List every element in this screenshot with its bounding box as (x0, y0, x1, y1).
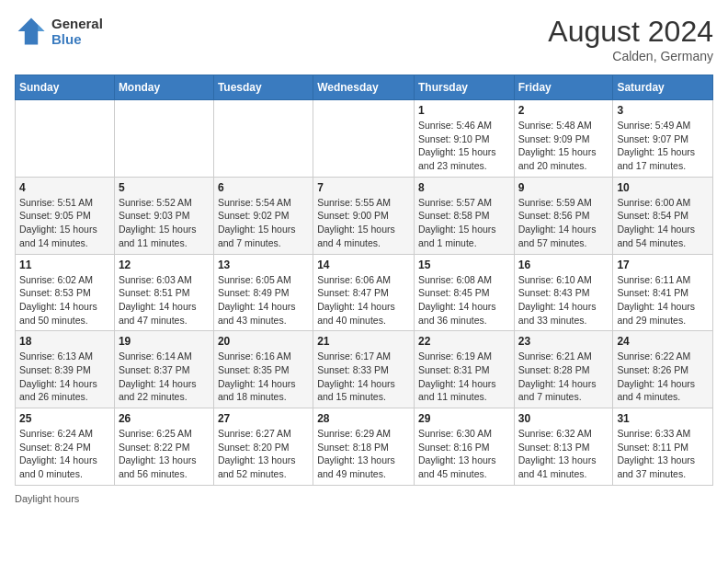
calendar-cell: 1Sunrise: 5:46 AM Sunset: 9:10 PM Daylig… (414, 100, 514, 178)
day-number: 4 (19, 181, 110, 194)
day-number: 20 (218, 335, 309, 348)
logo-icon (15, 15, 48, 48)
day-number: 11 (19, 259, 110, 271)
column-header-friday: Friday (514, 75, 613, 100)
day-info: Sunrise: 6:08 AM Sunset: 8:45 PM Dayligh… (418, 273, 510, 327)
day-info: Sunrise: 6:24 AM Sunset: 8:24 PM Dayligh… (19, 427, 110, 481)
calendar-cell: 14Sunrise: 6:06 AM Sunset: 8:47 PM Dayli… (313, 254, 415, 331)
day-info: Sunrise: 6:13 AM Sunset: 8:39 PM Dayligh… (19, 350, 110, 404)
logo-blue: Blue (51, 31, 103, 47)
day-number: 22 (418, 335, 510, 348)
calendar-cell (114, 100, 213, 178)
calendar-cell: 19Sunrise: 6:14 AM Sunset: 8:37 PM Dayli… (114, 331, 213, 408)
day-info: Sunrise: 6:02 AM Sunset: 8:53 PM Dayligh… (19, 273, 110, 327)
calendar-cell: 22Sunrise: 6:19 AM Sunset: 8:31 PM Dayli… (414, 331, 514, 408)
day-number: 16 (518, 259, 609, 271)
calendar-week-0: 1Sunrise: 5:46 AM Sunset: 9:10 PM Daylig… (16, 100, 713, 178)
day-info: Sunrise: 5:49 AM Sunset: 9:07 PM Dayligh… (617, 119, 709, 173)
day-info: Sunrise: 5:46 AM Sunset: 9:10 PM Dayligh… (418, 119, 510, 173)
calendar-cell: 8Sunrise: 5:57 AM Sunset: 8:58 PM Daylig… (414, 177, 514, 254)
column-header-sunday: Sunday (16, 75, 115, 100)
day-info: Sunrise: 6:14 AM Sunset: 8:37 PM Dayligh… (119, 350, 210, 404)
column-header-tuesday: Tuesday (213, 75, 313, 100)
day-info: Sunrise: 6:22 AM Sunset: 8:26 PM Dayligh… (617, 350, 709, 404)
day-number: 5 (119, 181, 210, 194)
calendar-cell (16, 100, 115, 178)
day-info: Sunrise: 6:03 AM Sunset: 8:51 PM Dayligh… (119, 273, 210, 327)
day-number: 3 (617, 104, 709, 117)
calendar-cell: 24Sunrise: 6:22 AM Sunset: 8:26 PM Dayli… (613, 331, 713, 408)
calendar-cell: 9Sunrise: 5:59 AM Sunset: 8:56 PM Daylig… (514, 177, 613, 254)
calendar-cell: 17Sunrise: 6:11 AM Sunset: 8:41 PM Dayli… (613, 254, 713, 331)
calendar-cell: 5Sunrise: 5:52 AM Sunset: 9:03 PM Daylig… (114, 177, 213, 254)
day-info: Sunrise: 6:32 AM Sunset: 8:13 PM Dayligh… (518, 427, 609, 481)
calendar-cell: 16Sunrise: 6:10 AM Sunset: 8:43 PM Dayli… (514, 254, 613, 331)
calendar-cell: 29Sunrise: 6:30 AM Sunset: 8:16 PM Dayli… (414, 408, 514, 486)
day-info: Sunrise: 6:17 AM Sunset: 8:33 PM Dayligh… (317, 350, 410, 404)
calendar-week-4: 25Sunrise: 6:24 AM Sunset: 8:24 PM Dayli… (16, 408, 713, 486)
calendar-cell: 23Sunrise: 6:21 AM Sunset: 8:28 PM Dayli… (514, 331, 613, 408)
day-number: 21 (317, 335, 410, 348)
day-info: Sunrise: 5:54 AM Sunset: 9:02 PM Dayligh… (218, 196, 309, 250)
calendar-cell: 21Sunrise: 6:17 AM Sunset: 8:33 PM Dayli… (313, 331, 415, 408)
logo: General Blue (15, 15, 103, 48)
calendar-week-1: 4Sunrise: 5:51 AM Sunset: 9:05 PM Daylig… (16, 177, 713, 254)
day-number: 15 (418, 259, 510, 271)
location: Calden, Germany (548, 49, 713, 63)
day-info: Sunrise: 6:27 AM Sunset: 8:20 PM Dayligh… (218, 427, 309, 481)
calendar-cell (213, 100, 313, 178)
day-info: Sunrise: 6:11 AM Sunset: 8:41 PM Dayligh… (617, 273, 709, 327)
calendar-cell: 20Sunrise: 6:16 AM Sunset: 8:35 PM Dayli… (213, 331, 313, 408)
day-number: 9 (518, 181, 609, 194)
day-number: 6 (218, 181, 309, 194)
day-info: Sunrise: 6:10 AM Sunset: 8:43 PM Dayligh… (518, 273, 609, 327)
day-info: Sunrise: 5:51 AM Sunset: 9:05 PM Dayligh… (19, 196, 110, 250)
day-info: Sunrise: 5:52 AM Sunset: 9:03 PM Dayligh… (119, 196, 210, 250)
day-number: 8 (418, 181, 510, 194)
day-number: 2 (518, 104, 609, 117)
column-header-wednesday: Wednesday (313, 75, 415, 100)
calendar-cell: 13Sunrise: 6:05 AM Sunset: 8:49 PM Dayli… (213, 254, 313, 331)
day-info: Sunrise: 5:55 AM Sunset: 9:00 PM Dayligh… (317, 196, 410, 250)
calendar-cell: 11Sunrise: 6:02 AM Sunset: 8:53 PM Dayli… (16, 254, 115, 331)
calendar-cell: 30Sunrise: 6:32 AM Sunset: 8:13 PM Dayli… (514, 408, 613, 486)
calendar-cell: 7Sunrise: 5:55 AM Sunset: 9:00 PM Daylig… (313, 177, 415, 254)
calendar-cell: 2Sunrise: 5:48 AM Sunset: 9:09 PM Daylig… (514, 100, 613, 178)
day-info: Sunrise: 6:29 AM Sunset: 8:18 PM Dayligh… (317, 427, 410, 481)
day-number: 25 (19, 412, 110, 425)
logo-general: General (51, 16, 103, 31)
day-number: 1 (418, 104, 510, 117)
day-number: 24 (617, 335, 709, 348)
day-number: 7 (317, 181, 410, 194)
calendar-header-row: SundayMondayTuesdayWednesdayThursdayFrid… (16, 75, 713, 100)
day-number: 26 (119, 412, 210, 425)
calendar-cell: 28Sunrise: 6:29 AM Sunset: 8:18 PM Dayli… (313, 408, 415, 486)
title-block: August 2024 Calden, Germany (548, 15, 713, 63)
day-number: 12 (119, 259, 210, 271)
calendar-cell: 6Sunrise: 5:54 AM Sunset: 9:02 PM Daylig… (213, 177, 313, 254)
calendar-cell: 27Sunrise: 6:27 AM Sunset: 8:20 PM Dayli… (213, 408, 313, 486)
calendar-cell (313, 100, 415, 178)
day-info: Sunrise: 6:16 AM Sunset: 8:35 PM Dayligh… (218, 350, 309, 404)
day-info: Sunrise: 5:59 AM Sunset: 8:56 PM Dayligh… (518, 196, 609, 250)
column-header-thursday: Thursday (414, 75, 514, 100)
footer-note: Daylight hours (15, 493, 713, 504)
logo-text: General Blue (51, 16, 103, 47)
day-info: Sunrise: 6:25 AM Sunset: 8:22 PM Dayligh… (119, 427, 210, 481)
calendar-cell: 3Sunrise: 5:49 AM Sunset: 9:07 PM Daylig… (613, 100, 713, 178)
calendar-cell: 26Sunrise: 6:25 AM Sunset: 8:22 PM Dayli… (114, 408, 213, 486)
calendar-week-3: 18Sunrise: 6:13 AM Sunset: 8:39 PM Dayli… (16, 331, 713, 408)
day-info: Sunrise: 6:30 AM Sunset: 8:16 PM Dayligh… (418, 427, 510, 481)
calendar-cell: 10Sunrise: 6:00 AM Sunset: 8:54 PM Dayli… (613, 177, 713, 254)
day-number: 23 (518, 335, 609, 348)
day-number: 30 (518, 412, 609, 425)
day-number: 17 (617, 259, 709, 271)
day-number: 13 (218, 259, 309, 271)
calendar-cell: 31Sunrise: 6:33 AM Sunset: 8:11 PM Dayli… (613, 408, 713, 486)
day-info: Sunrise: 6:21 AM Sunset: 8:28 PM Dayligh… (518, 350, 609, 404)
calendar-cell: 4Sunrise: 5:51 AM Sunset: 9:05 PM Daylig… (16, 177, 115, 254)
calendar-cell: 12Sunrise: 6:03 AM Sunset: 8:51 PM Dayli… (114, 254, 213, 331)
calendar-table: SundayMondayTuesdayWednesdayThursdayFrid… (15, 75, 713, 486)
day-info: Sunrise: 5:48 AM Sunset: 9:09 PM Dayligh… (518, 119, 609, 173)
day-number: 29 (418, 412, 510, 425)
